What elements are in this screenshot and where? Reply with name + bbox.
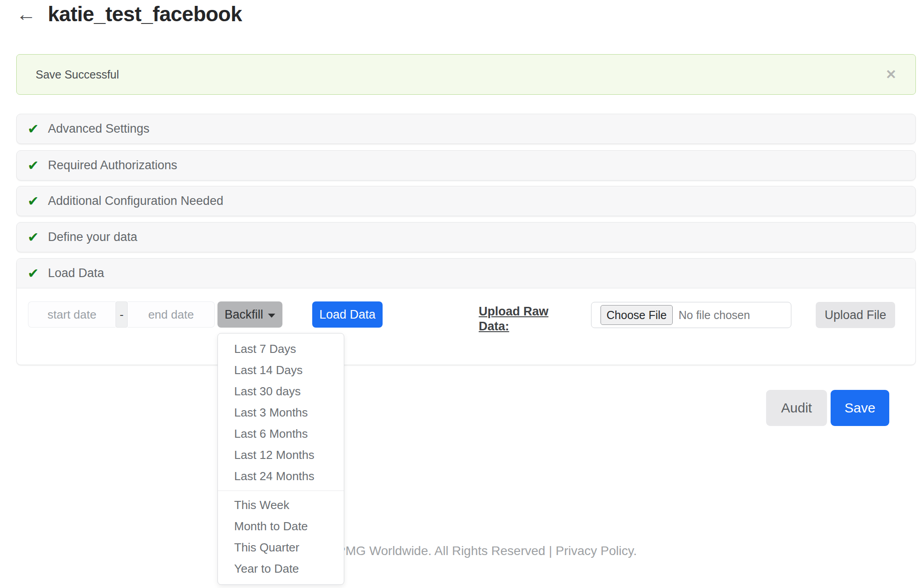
success-alert: Save Successful ✕ [16,54,916,95]
section-label: Load Data [48,266,104,280]
header: ← katie_test_facebook [16,0,242,28]
section-label: Advanced Settings [48,122,149,136]
menu-item-last-3-months[interactable]: Last 3 Months [218,402,344,423]
load-data-body: - Backfill Load Data Upload Raw Data: Ch… [17,288,915,365]
section-label: Required Authorizations [48,158,177,172]
backfill-dropdown-menu: Last 7 Days Last 14 Days Last 30 days La… [217,333,344,585]
page: ← katie_test_facebook Save Successful ✕ … [0,0,924,588]
section-advanced-settings[interactable]: ✔ Advanced Settings [16,114,916,144]
backfill-label: Backfill [225,308,263,322]
menu-item-last-14-days[interactable]: Last 14 Days [218,360,344,381]
check-icon: ✔ [28,267,39,280]
menu-item-year-to-date[interactable]: Year to Date [218,558,344,579]
menu-divider [218,491,344,491]
date-range-group: - [28,301,215,328]
start-date-input[interactable] [28,301,116,328]
menu-item-last-24-months[interactable]: Last 24 Months [218,466,344,487]
load-data-button[interactable]: Load Data [312,301,383,328]
back-arrow-icon[interactable]: ← [16,0,36,28]
menu-item-last-7-days[interactable]: Last 7 Days [218,338,344,360]
date-range-separator: - [116,301,128,328]
page-title: katie_test_facebook [48,2,242,26]
choose-file-button[interactable]: Choose File [601,305,673,325]
menu-item-this-quarter[interactable]: This Quarter [218,537,344,558]
file-input[interactable]: Choose File No file chosen [591,302,791,328]
section-define-your-data[interactable]: ✔ Define your data [16,222,916,252]
alert-message: Save Successful [36,68,119,81]
section-label: Define your data [48,230,137,244]
section-additional-configuration[interactable]: ✔ Additional Configuration Needed [16,186,916,216]
caret-down-icon [268,314,275,318]
section-required-authorizations[interactable]: ✔ Required Authorizations [16,150,916,181]
section-load-data[interactable]: ✔ Load Data [17,259,915,288]
upload-file-button[interactable]: Upload File [816,302,895,328]
form-actions: Audit Save [766,390,889,426]
end-date-input[interactable] [128,301,215,328]
menu-item-month-to-date[interactable]: Month to Date [218,516,344,537]
section-label: Additional Configuration Needed [48,194,223,208]
menu-item-last-30-days[interactable]: Last 30 days [218,381,344,402]
file-status-text: No file chosen [679,309,750,322]
audit-button[interactable]: Audit [766,390,827,426]
footer-copyright: PMG Worldwide. All Rights Reserved | Pri… [337,544,637,558]
menu-item-last-6-months[interactable]: Last 6 Months [218,423,344,444]
check-icon: ✔ [28,159,39,172]
upload-raw-data-label: Upload Raw Data: [479,304,553,334]
close-icon[interactable]: ✕ [886,67,896,82]
check-icon: ✔ [28,194,39,208]
check-icon: ✔ [28,231,39,244]
backfill-dropdown-button[interactable]: Backfill [217,301,282,328]
load-data-card: ✔ Load Data - Backfill Load Data Upload … [16,258,916,365]
save-button[interactable]: Save [831,390,889,426]
menu-item-last-12-months[interactable]: Last 12 Months [218,444,344,466]
menu-item-this-week[interactable]: This Week [218,495,344,516]
check-icon: ✔ [28,122,39,136]
